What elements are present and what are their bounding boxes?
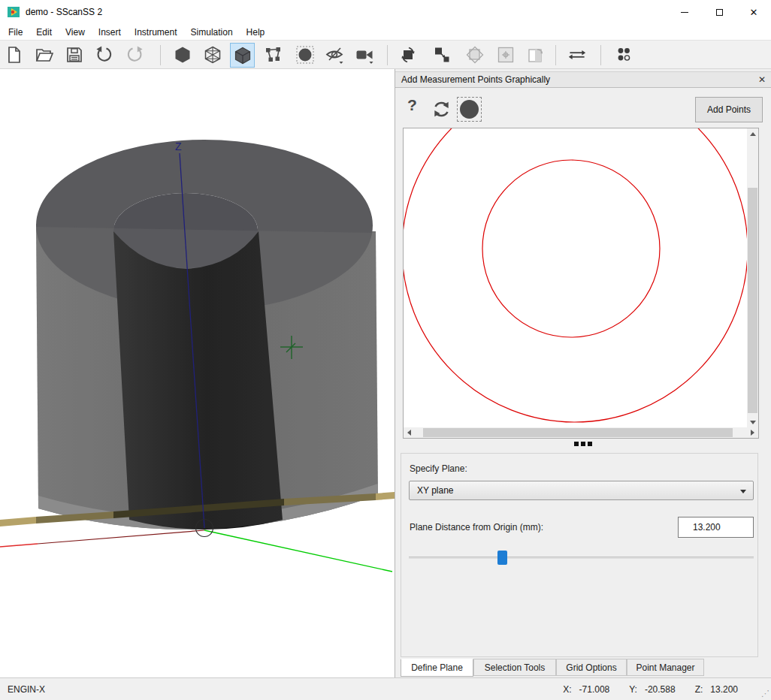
toggle-visibility-icon	[325, 46, 343, 64]
scroll-right-button[interactable]	[747, 427, 758, 438]
cursor-coordinates: X:-71.008 Y:-20.588 Z:13.200	[563, 684, 738, 695]
x-axis	[0, 544, 38, 547]
title-bar: demo - SScanSS 2 ✕	[0, 0, 771, 24]
rotate-sample-button[interactable]	[399, 46, 417, 64]
minimize-icon	[681, 12, 688, 13]
menu-item-edit[interactable]: Edit	[29, 26, 59, 39]
horizontal-scrollbar[interactable]	[404, 427, 758, 438]
horizontal-scrollbar-thumb[interactable]	[423, 428, 733, 437]
sample-graph-icon	[265, 46, 283, 64]
3d-viewport[interactable]: Z	[0, 69, 395, 677]
plane-select-value: XY plane	[417, 485, 454, 496]
splitter-dot	[581, 442, 585, 446]
transform-sample-icon	[466, 46, 484, 64]
toolbar-separator	[555, 45, 556, 65]
solid-render-button[interactable]	[174, 46, 192, 64]
menu-item-view[interactable]: View	[59, 26, 92, 39]
tab-grid-options[interactable]: Grid Options	[556, 659, 627, 676]
swap-button[interactable]	[568, 46, 591, 64]
coord-x-value: -71.008	[579, 684, 610, 695]
resize-grip[interactable]: ⋰	[761, 689, 769, 698]
chevron-down-icon	[740, 490, 746, 493]
status-bar: ENGIN-X X:-71.008 Y:-20.588 Z:13.200 ⋰	[0, 677, 771, 700]
y-axis	[204, 530, 392, 572]
menu-item-help[interactable]: Help	[240, 26, 272, 39]
coord-y-label: Y:	[629, 684, 637, 695]
blend-render-icon	[234, 47, 252, 65]
menu-item-instrument[interactable]: Instrument	[128, 26, 184, 39]
move-origin-icon	[497, 46, 515, 64]
panel-close-button[interactable]: ✕	[758, 74, 766, 85]
scroll-up-button[interactable]	[747, 128, 758, 140]
new-file-button[interactable]	[5, 46, 23, 64]
blend-render-button[interactable]	[230, 43, 255, 68]
measurement-point-icon	[296, 46, 314, 64]
menu-item-insert[interactable]: Insert	[92, 26, 128, 39]
plane-distance-slider-handle[interactable]	[497, 551, 507, 565]
toolbar-separator	[160, 45, 161, 65]
scroll-left-button[interactable]	[404, 427, 415, 438]
refresh-button[interactable]	[431, 99, 452, 122]
3d-scene: Z	[0, 69, 395, 677]
circle-select-icon	[460, 100, 479, 119]
splitter-handle[interactable]	[395, 440, 771, 448]
panel-header[interactable]: Add Measurement Points Graphically ✕	[395, 71, 771, 88]
menu-bar: File Edit View Insert Instrument Simulat…	[0, 24, 771, 40]
undo-icon	[95, 46, 113, 64]
close-icon: ✕	[750, 7, 758, 18]
z-axis-label: Z	[175, 140, 182, 152]
close-button[interactable]: ✕	[736, 0, 771, 24]
front-wall-overlay	[36, 227, 378, 530]
coord-z-value: 13.200	[710, 684, 738, 695]
define-plane-groupbox: Specify Plane: XY plane Plane Distance f…	[401, 453, 758, 657]
camera-views-button[interactable]	[355, 46, 373, 64]
solid-render-icon	[174, 46, 192, 64]
section-canvas[interactable]	[404, 128, 747, 428]
splitter-dot	[574, 442, 579, 446]
menu-item-file[interactable]: File	[2, 26, 29, 39]
tab-define-plane[interactable]: Define Plane	[401, 659, 473, 677]
coord-z-label: Z:	[695, 684, 703, 695]
measurement-point-button[interactable]	[296, 46, 314, 64]
undo-button[interactable]	[95, 46, 113, 64]
point-dots-button[interactable]	[615, 46, 633, 64]
wireframe-render-button[interactable]	[204, 46, 222, 64]
transform-sample-button	[466, 46, 484, 64]
instrument-name: ENGIN-X	[8, 684, 45, 695]
plane-distance-input[interactable]	[678, 517, 754, 538]
translate-sample-button[interactable]	[433, 46, 451, 64]
tab-selection-tools[interactable]: Selection Tools	[473, 659, 556, 676]
menu-item-simulation[interactable]: Simulation	[184, 26, 240, 39]
vertical-scrollbar-thumb[interactable]	[748, 188, 757, 413]
sample-graph-button[interactable]	[265, 46, 283, 64]
coord-x-label: X:	[563, 684, 571, 695]
plane-distance-label: Plane Distance from Origin (mm):	[410, 522, 543, 533]
app-icon	[8, 6, 20, 18]
panel-title: Add Measurement Points Graphically	[401, 74, 550, 85]
save-file-icon	[65, 46, 83, 64]
add-points-button[interactable]: Add Points	[695, 97, 763, 122]
up-arrow-icon	[750, 132, 756, 136]
open-file-button[interactable]	[35, 46, 53, 64]
swap-icon	[568, 46, 586, 64]
scroll-down-button[interactable]	[747, 417, 758, 428]
minimize-button[interactable]	[667, 0, 702, 24]
plane-distance-slider[interactable]	[409, 550, 754, 565]
circle-select-tool[interactable]	[457, 97, 482, 122]
coord-y-value: -20.588	[645, 684, 676, 695]
refresh-icon	[431, 99, 452, 119]
point-dots-icon	[615, 46, 633, 64]
maximize-button[interactable]	[702, 0, 736, 24]
vertical-scrollbar[interactable]	[747, 128, 758, 428]
splitter-dot	[588, 442, 592, 446]
plane-align-button	[527, 46, 545, 64]
save-file-button[interactable]	[65, 46, 83, 64]
plane-select[interactable]: XY plane	[409, 481, 754, 500]
help-button[interactable]: ?	[407, 96, 417, 114]
tab-point-manager[interactable]: Point Manager	[627, 659, 704, 676]
left-arrow-icon	[407, 430, 411, 436]
slider-groove[interactable]	[409, 557, 754, 559]
toggle-visibility-button[interactable]	[325, 46, 343, 64]
translate-sample-icon	[433, 46, 451, 64]
window-title: demo - SScanSS 2	[26, 7, 102, 17]
